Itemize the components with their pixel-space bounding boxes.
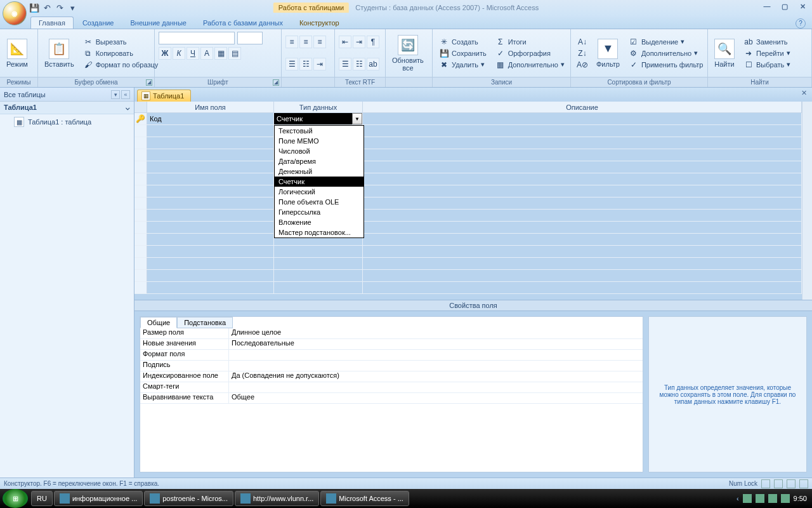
launcher-icon[interactable]: ◢ — [146, 79, 152, 86]
rtf-ltr-button[interactable]: ¶ — [367, 36, 379, 48]
type-option[interactable]: Мастер подстановок... — [275, 227, 363, 237]
prop-value[interactable]: Общее — [229, 393, 643, 403]
rtf-indent-inc-button[interactable]: ⇥ — [353, 36, 365, 48]
doc-close-button[interactable]: ✕ — [798, 89, 809, 97]
view-button[interactable]: 📐Режим — [4, 37, 30, 69]
doc-tab-table1[interactable]: ▦Таблица1 — [137, 90, 191, 102]
col-fieldname[interactable]: Имя поля — [147, 102, 274, 112]
row-selector[interactable] — [134, 161, 147, 173]
field-desc-cell[interactable] — [363, 113, 802, 124]
replace-button[interactable]: abЗаменить — [741, 37, 793, 47]
row-selector[interactable] — [134, 270, 147, 281]
help-icon[interactable]: ? — [796, 18, 806, 29]
tab-design[interactable]: Конструктор — [292, 17, 347, 29]
prop-tab-general[interactable]: Общие — [140, 317, 177, 328]
row-selector[interactable] — [134, 137, 147, 149]
view-design-icon[interactable] — [799, 479, 808, 488]
view-pivotchart-icon[interactable] — [787, 479, 796, 488]
lang-indicator[interactable]: RU — [31, 491, 53, 506]
field-name-cell[interactable]: Код — [147, 113, 274, 124]
select-button[interactable]: ☐Выбрать ▾ — [741, 60, 793, 70]
nav-dropdown-icon[interactable]: ▾ — [111, 90, 120, 99]
spelling-button[interactable]: ✓Орфография — [493, 48, 567, 58]
nav-group[interactable]: Таблица1 ⌵ — [0, 102, 134, 114]
type-option[interactable]: Числовой — [275, 146, 363, 156]
type-option[interactable]: Логический — [275, 187, 363, 197]
tab-create[interactable]: Создание — [75, 17, 122, 29]
copy-button[interactable]: ⧉Копировать — [81, 48, 161, 58]
clear-sort-button[interactable]: A⊘ — [575, 60, 590, 70]
cut-button[interactable]: ✂Вырезать — [81, 37, 161, 47]
taskbar-item[interactable]: postroenie - Micros... — [144, 491, 233, 506]
nav-header[interactable]: Все таблицы ▾« — [0, 88, 134, 102]
tab-home[interactable]: Главная — [30, 17, 74, 29]
toggle-filter-button[interactable]: ✓Применить фильтр — [626, 60, 706, 70]
type-option[interactable]: Поле объекта OLE — [275, 197, 363, 207]
launcher-icon[interactable]: ◢ — [273, 79, 279, 86]
rtf-list-button[interactable]: ☰ — [339, 58, 351, 70]
new-record-button[interactable]: ✳Создать — [436, 37, 489, 47]
undo-icon[interactable]: ↶ — [42, 3, 52, 13]
gridlines-button[interactable]: ▤ — [228, 47, 241, 60]
font-color-button[interactable]: A — [200, 47, 213, 60]
prop-value[interactable] — [229, 382, 643, 392]
row-selector[interactable] — [134, 197, 147, 209]
start-button[interactable]: ⊞ — [3, 489, 28, 508]
prop-value[interactable]: Да (Совпадения не допускаются) — [229, 371, 643, 382]
prop-value[interactable] — [229, 350, 643, 360]
align-right-button[interactable]: ≡ — [313, 36, 326, 48]
nav-collapse-icon[interactable]: « — [121, 90, 130, 99]
rtf-numlist-button[interactable]: ☷ — [353, 58, 365, 70]
taskbar-item[interactable]: http://www.vlunn.r... — [235, 491, 319, 506]
row-selector[interactable] — [134, 246, 147, 257]
view-datasheet-icon[interactable] — [761, 479, 770, 488]
indent-button[interactable]: ⇥ — [313, 58, 326, 70]
type-option[interactable]: Текстовый — [275, 126, 363, 136]
prop-value[interactable]: Длинное целое — [229, 328, 643, 338]
format-painter-button[interactable]: 🖌Формат по образцу — [81, 60, 161, 70]
filter-button[interactable]: ▼Фильтр — [594, 37, 622, 69]
row-selector[interactable] — [134, 185, 147, 197]
row-selector[interactable] — [134, 222, 147, 233]
col-datatype[interactable]: Тип данных — [274, 102, 363, 112]
rtf-highlight-button[interactable]: ab — [367, 58, 379, 70]
type-option[interactable]: Дата/время — [275, 156, 363, 166]
sort-desc-button[interactable]: Z↓ — [575, 48, 590, 58]
nav-item-table1[interactable]: ▦Таблица1 : таблица — [0, 114, 134, 130]
dropdown-button[interactable]: ▼ — [352, 113, 362, 124]
underline-button[interactable]: Ч — [187, 47, 199, 60]
italic-button[interactable]: К — [173, 47, 185, 60]
vertical-scrollbar[interactable] — [802, 102, 812, 300]
view-pivottable-icon[interactable] — [774, 479, 783, 488]
find-button[interactable]: 🔍Найти — [712, 37, 737, 69]
tab-external[interactable]: Внешние данные — [123, 17, 194, 29]
prop-value[interactable]: Последовательные — [229, 339, 643, 349]
tray-expand-icon[interactable]: ‹ — [737, 495, 739, 502]
more-records-button[interactable]: ▦Дополнительно ▾ — [493, 60, 567, 70]
type-option[interactable]: Поле МЕМО — [275, 136, 363, 146]
close-button[interactable]: ✕ — [796, 1, 809, 11]
bold-button[interactable]: Ж — [159, 47, 171, 60]
col-description[interactable]: Описание — [363, 102, 802, 112]
delete-record-button[interactable]: ✖Удалить ▾ — [436, 60, 489, 70]
rtf-indent-dec-button[interactable]: ⇤ — [339, 36, 351, 48]
type-option[interactable]: Вложение — [275, 217, 363, 227]
row-selector[interactable] — [134, 282, 147, 293]
row-selector[interactable] — [134, 149, 147, 161]
row-selector[interactable] — [134, 258, 147, 269]
office-button[interactable]: ◉ — [3, 1, 27, 25]
row-selector[interactable] — [134, 210, 147, 221]
size-combo[interactable] — [237, 32, 263, 44]
totals-button[interactable]: ΣИтоги — [493, 37, 567, 47]
row-selector[interactable] — [134, 173, 147, 185]
qat-more-icon[interactable]: ▾ — [67, 3, 77, 13]
sort-asc-button[interactable]: A↓ — [575, 37, 590, 47]
paste-button[interactable]: 📋Вставить — [42, 37, 77, 69]
save-record-button[interactable]: 💾Сохранить — [436, 48, 489, 58]
prop-value[interactable] — [229, 361, 643, 371]
font-combo[interactable] — [159, 32, 235, 44]
redo-icon[interactable]: ↷ — [55, 3, 65, 13]
selection-filter-button[interactable]: ☑Выделение ▾ — [626, 37, 706, 47]
row-selector[interactable] — [134, 125, 147, 137]
clock[interactable]: 9:50 — [794, 495, 807, 502]
